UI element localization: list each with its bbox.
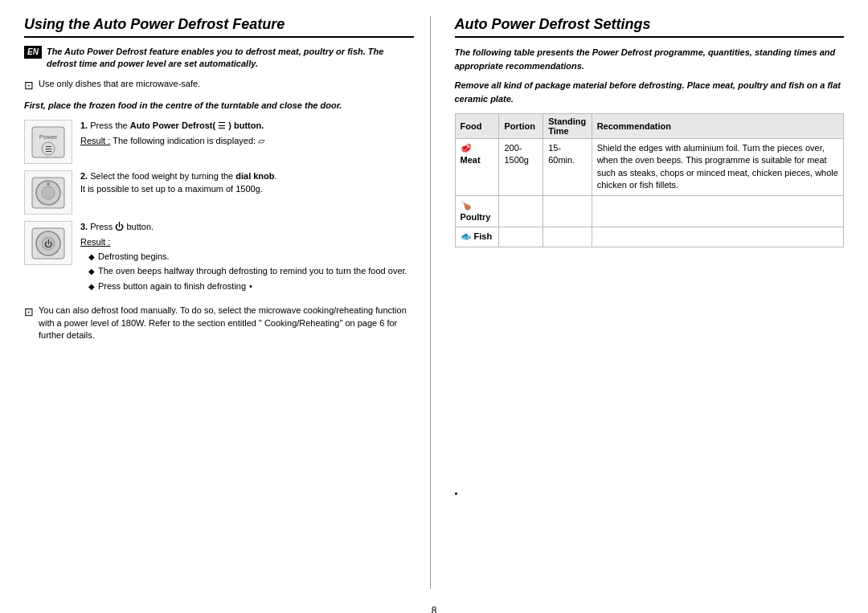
right-bullet: • bbox=[455, 488, 845, 498]
meat-label: Meat bbox=[461, 155, 481, 165]
diamond-icon-1: ◆ bbox=[88, 251, 95, 263]
step-3-row: ⏻ 3. Press ⏻ button. Result : ◆ Defrosti… bbox=[24, 221, 414, 295]
diamond-icon-2: ◆ bbox=[88, 266, 95, 277]
bullet-3-text: Press button again to finish defrosting bbox=[98, 280, 246, 292]
bullet-2: ◆ The oven beeps halfway through defrost… bbox=[88, 265, 414, 277]
table-row-poultry: 🍗 Poultry bbox=[455, 195, 844, 227]
step-2-content: 2. Select the food weight by turning the… bbox=[80, 170, 414, 195]
remove-note: Remove all kind of package material befo… bbox=[455, 79, 845, 105]
step-3-result-label: Result : bbox=[80, 237, 110, 247]
col-food: Food bbox=[455, 114, 499, 139]
start-button-svg: ⏻ bbox=[28, 224, 68, 263]
left-section-title: Using the Auto Power Defrost Feature bbox=[24, 16, 414, 38]
svg-point-7 bbox=[47, 182, 50, 186]
page-number: 8 bbox=[0, 605, 868, 613]
step-1-result: Result : The following indication is dis… bbox=[80, 135, 414, 147]
food-meat: 🥩 Meat bbox=[455, 139, 499, 196]
col-portion: Portion bbox=[499, 114, 543, 139]
step-2-row: 2. Select the food weight by turning the… bbox=[24, 170, 414, 215]
svg-text:☰: ☰ bbox=[45, 145, 52, 153]
caution-text: Use only dishes that are microwave-safe. bbox=[39, 79, 200, 88]
defrost-table: Food Portion StandingTime Recommendation… bbox=[455, 113, 845, 247]
step-2-image bbox=[24, 170, 72, 215]
fish-label: Fish bbox=[474, 231, 493, 241]
step-3-number: 3. bbox=[80, 222, 88, 231]
meat-standing-time: 15-60min. bbox=[543, 139, 592, 196]
step-3-result: Result : bbox=[80, 236, 414, 248]
table-header-row: Food Portion StandingTime Recommendation bbox=[455, 114, 844, 139]
step-1-content: 1. Press the Auto Power Defrost( ☰ ) but… bbox=[80, 120, 414, 147]
bullet-3-bullet: • bbox=[249, 280, 252, 292]
meat-recommendation: Shield the edges with aluminium foil. Tu… bbox=[592, 139, 843, 196]
manual-note: ⊡ You can also defrost food manually. To… bbox=[24, 304, 414, 341]
table-row-meat: 🥩 Meat 200-1500g 15-60min. Shield the ed… bbox=[455, 139, 844, 196]
step-2-number: 2. bbox=[80, 171, 88, 181]
fish-standing-time bbox=[543, 227, 592, 247]
poultry-standing-time bbox=[543, 195, 592, 227]
caution-icon: ⊡ bbox=[24, 79, 34, 92]
step-1-result-text: The following indication is displayed: bbox=[113, 136, 256, 145]
manual-note-text: You can also defrost food manually. To d… bbox=[39, 304, 414, 341]
right-section-title: Auto Power Defrost Settings bbox=[455, 16, 845, 38]
en-badge: EN bbox=[24, 46, 42, 59]
right-intro: The following table presents the Power D… bbox=[455, 46, 845, 72]
fish-icon: 🐟 bbox=[461, 231, 472, 241]
manual-note-icon: ⊡ bbox=[24, 304, 34, 321]
bullet-3: ◆ Press button again to finish defrostin… bbox=[88, 280, 414, 292]
caution-row: ⊡ Use only dishes that are microwave-saf… bbox=[24, 79, 414, 92]
bullet-1: ◆ Defrosting begins. bbox=[88, 251, 414, 263]
svg-text:⏻: ⏻ bbox=[44, 239, 52, 248]
food-fish: 🐟 Fish bbox=[455, 227, 499, 247]
poultry-label: Poultry bbox=[461, 212, 491, 222]
step-1-row: Power ☰ 1. Press the Auto Power Defrost(… bbox=[24, 120, 414, 164]
step-3-content: 3. Press ⏻ button. Result : ◆ Defrosting… bbox=[80, 221, 414, 295]
poultry-icon: 🍗 bbox=[461, 200, 472, 210]
meat-icon: 🥩 bbox=[461, 143, 472, 153]
svg-point-6 bbox=[42, 186, 55, 199]
step-3-image: ⏻ bbox=[24, 221, 72, 265]
right-column: Auto Power Defrost Settings The followin… bbox=[447, 16, 845, 589]
step-3-bullets: ◆ Defrosting begins. ◆ The oven beeps ha… bbox=[88, 251, 414, 292]
bullet-2-text: The oven beeps halfway through defrostin… bbox=[98, 265, 407, 277]
poultry-portion bbox=[499, 195, 543, 227]
power-button-svg: Power ☰ bbox=[28, 123, 68, 161]
step-1-image: Power ☰ bbox=[24, 120, 72, 164]
col-recommendation: Recommendation bbox=[592, 114, 843, 139]
page: Using the Auto Power Defrost Feature EN … bbox=[0, 0, 868, 613]
bullet-1-text: Defrosting begins. bbox=[98, 251, 170, 263]
step-1-result-label: Result : bbox=[80, 136, 110, 145]
steps-container: Power ☰ 1. Press the Auto Power Defrost(… bbox=[24, 120, 414, 295]
meat-portion: 200-1500g bbox=[499, 139, 543, 196]
step-2-extra: It is possible to set up to a maximum of… bbox=[80, 183, 414, 195]
step-1-number: 1. bbox=[80, 121, 88, 130]
left-column: Using the Auto Power Defrost Feature EN … bbox=[24, 16, 431, 589]
first-step-text: First, place the frozen food in the cent… bbox=[24, 100, 414, 112]
table-row-fish: 🐟 Fish bbox=[455, 227, 844, 247]
display-icon: ▱ bbox=[258, 136, 264, 145]
fish-portion bbox=[499, 227, 543, 247]
dial-knob-svg bbox=[28, 174, 68, 212]
poultry-recommendation bbox=[592, 195, 843, 227]
intro-block: EN The Auto Power Defrost feature enable… bbox=[24, 46, 414, 71]
food-poultry: 🍗 Poultry bbox=[455, 195, 499, 227]
svg-text:Power: Power bbox=[39, 133, 58, 141]
fish-recommendation bbox=[592, 227, 843, 247]
diamond-icon-3: ◆ bbox=[88, 281, 95, 292]
col-standing-time: StandingTime bbox=[543, 114, 592, 139]
intro-text: The Auto Power Defrost feature enables y… bbox=[47, 46, 414, 71]
